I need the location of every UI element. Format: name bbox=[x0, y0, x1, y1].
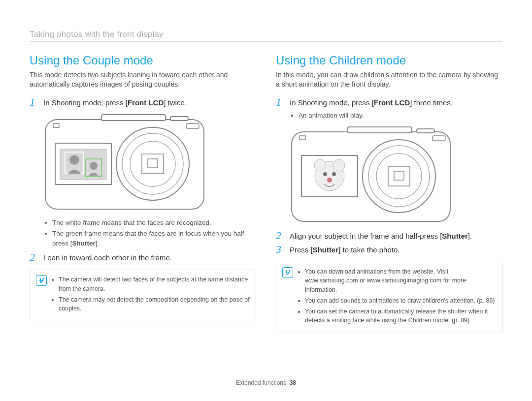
breadcrumb: Taking photos with the front display bbox=[30, 30, 502, 39]
children-mode-heading: Using the Children mode bbox=[276, 54, 502, 67]
svg-rect-9 bbox=[148, 159, 158, 168]
svg-rect-20 bbox=[432, 136, 445, 141]
bold-text: Front LCD bbox=[128, 98, 164, 107]
step-number: 2 bbox=[30, 252, 38, 263]
svg-point-32 bbox=[327, 178, 332, 183]
list-item: You can set the camera to automatically … bbox=[305, 307, 496, 325]
text: ]. bbox=[468, 232, 472, 240]
list-item: An animation will play. bbox=[299, 111, 502, 121]
list-item: The camera may not detect the compositio… bbox=[59, 295, 250, 313]
note-list: The camera will detect two faces of the … bbox=[52, 275, 250, 315]
svg-point-31 bbox=[332, 172, 336, 176]
step-text: Press [Shutter] to take the photo. bbox=[290, 244, 502, 255]
bold-text: Front LCD bbox=[374, 98, 410, 107]
couple-step-1: 1 In Shooting mode, press [Front LCD] tw… bbox=[30, 97, 256, 108]
couple-note-box: V The camera will detect two faces of th… bbox=[30, 270, 256, 320]
step-text: Align your subject in the frame and half… bbox=[290, 230, 502, 241]
footer-label: Extended functions bbox=[236, 379, 286, 386]
couple-step-2: 2 Lean in toward each other in the frame… bbox=[30, 252, 256, 263]
svg-rect-3 bbox=[53, 123, 59, 127]
svg-point-13 bbox=[69, 155, 79, 165]
children-camera-illustration bbox=[276, 125, 502, 223]
page-footer: Extended functions 38 bbox=[0, 379, 532, 386]
two-column-layout: Using the Couple mode This mode detects … bbox=[30, 54, 502, 332]
svg-point-30 bbox=[323, 172, 327, 176]
couple-camera-illustration bbox=[30, 113, 256, 211]
text: ] to take the photo. bbox=[338, 246, 399, 254]
right-column: Using the Children mode In this mode, yo… bbox=[276, 54, 502, 332]
children-step-2: 2 Align your subject in the frame and ha… bbox=[276, 230, 502, 241]
svg-rect-18 bbox=[417, 129, 434, 133]
text: ] twice. bbox=[164, 98, 187, 107]
text: ]. bbox=[96, 240, 100, 247]
text: In Shooting mode, press [ bbox=[290, 98, 374, 107]
step-number: 2 bbox=[276, 230, 285, 241]
svg-rect-2 bbox=[170, 117, 188, 121]
svg-point-29 bbox=[333, 159, 345, 171]
children-note-box: V You can download animations from the w… bbox=[276, 262, 502, 332]
couple-mode-intro: This mode detects two subjects leaning i… bbox=[30, 70, 256, 89]
children-step-1: 1 In Shooting mode, press [Front LCD] th… bbox=[276, 97, 502, 108]
bold-text: Shutter bbox=[72, 240, 96, 247]
svg-rect-17 bbox=[348, 127, 412, 133]
camera-icon bbox=[290, 125, 452, 223]
step-number: 3 bbox=[276, 244, 285, 255]
svg-rect-1 bbox=[101, 115, 166, 121]
manual-page: Taking photos with the front display Usi… bbox=[0, 0, 532, 401]
note-icon: V bbox=[282, 267, 293, 278]
note-list: You can download animations from the web… bbox=[298, 267, 496, 327]
divider bbox=[30, 41, 502, 42]
step-text: In Shooting mode, press [Front LCD] thre… bbox=[290, 97, 502, 108]
couple-mode-heading: Using the Couple mode bbox=[30, 54, 256, 67]
text: ] three times. bbox=[410, 98, 453, 107]
bold-text: Shutter bbox=[313, 246, 339, 254]
list-item: The white frame means that the faces are… bbox=[52, 218, 256, 228]
camera-icon bbox=[43, 113, 206, 211]
note-icon: V bbox=[36, 275, 47, 286]
list-item: The camera will detect two faces of the … bbox=[59, 275, 250, 293]
list-item: You can add sounds to animations to draw… bbox=[305, 296, 496, 305]
svg-point-28 bbox=[314, 159, 326, 171]
list-item: You can download animations from the web… bbox=[305, 267, 496, 294]
text: Press [ bbox=[290, 246, 313, 254]
text: In Shooting mode, press [ bbox=[43, 98, 128, 107]
svg-rect-4 bbox=[186, 123, 199, 128]
children-mode-intro: In this mode, you can draw children's at… bbox=[276, 70, 502, 89]
step-number: 1 bbox=[276, 97, 285, 108]
children-step-3: 3 Press [Shutter] to take the photo. bbox=[276, 244, 502, 255]
list-item: The green frame means that the faces are… bbox=[52, 229, 256, 248]
step-number: 1 bbox=[30, 97, 38, 108]
couple-bullets: The white frame means that the faces are… bbox=[30, 218, 256, 248]
svg-rect-25 bbox=[394, 171, 404, 180]
text: Align your subject in the frame and half… bbox=[290, 232, 442, 240]
svg-rect-19 bbox=[299, 136, 305, 140]
page-number: 38 bbox=[290, 379, 296, 386]
bold-text: Shutter bbox=[442, 232, 468, 240]
step-text: In Shooting mode, press [Front LCD] twic… bbox=[43, 97, 256, 108]
children-sub-bullets: An animation will play. bbox=[276, 111, 502, 121]
step-text: Lean in toward each other in the frame. bbox=[43, 252, 256, 263]
left-column: Using the Couple mode This mode detects … bbox=[30, 54, 256, 332]
svg-point-15 bbox=[90, 162, 98, 170]
